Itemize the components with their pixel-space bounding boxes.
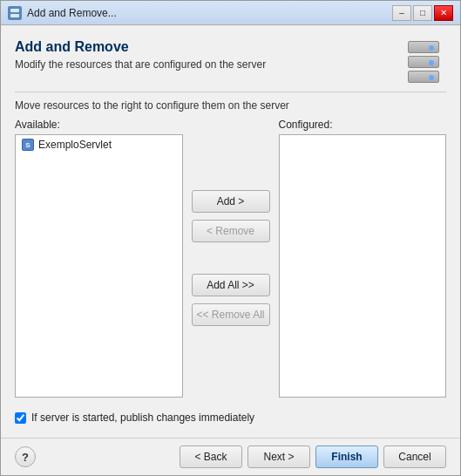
svg-rect-1	[10, 14, 19, 17]
dialog-footer: ? < Back Next > Finish Cancel	[1, 438, 460, 475]
server-unit-1	[408, 41, 439, 53]
list-item[interactable]: ExemploServlet	[16, 135, 182, 154]
next-button[interactable]: Next >	[247, 445, 310, 468]
available-panel: Available: ExemploServlet	[15, 119, 183, 398]
dialog-subtitle: Modify the resources that are configured…	[15, 58, 390, 71]
configured-list[interactable]	[279, 134, 447, 398]
publish-checkbox[interactable]	[15, 412, 26, 424]
window-controls: – □ ✕	[392, 5, 453, 21]
remove-all-button[interactable]: << Remove All	[192, 303, 270, 326]
dialog-content: Add and Remove Modify the resources that…	[1, 25, 460, 438]
add-all-button[interactable]: Add All >>	[192, 274, 270, 296]
checkbox-label[interactable]: If server is started, publish changes im…	[31, 411, 254, 424]
action-buttons: Add > < Remove Add All >> << Remove All	[183, 119, 279, 398]
divider	[15, 92, 446, 92]
server-icon	[408, 41, 443, 79]
window-title: Add and Remove...	[27, 7, 392, 19]
dialog-title: Add and Remove	[15, 39, 390, 55]
back-button[interactable]: < Back	[180, 445, 242, 468]
help-button[interactable]: ?	[15, 446, 36, 467]
configured-panel: Configured:	[279, 119, 447, 398]
available-label: Available:	[15, 119, 183, 131]
close-button[interactable]: ✕	[434, 5, 453, 21]
header-section: Add and Remove Modify the resources that…	[15, 39, 446, 81]
window-icon	[8, 6, 22, 20]
available-list[interactable]: ExemploServlet	[15, 134, 183, 398]
add-button[interactable]: Add >	[192, 190, 270, 213]
servlet-icon	[21, 138, 35, 152]
server-unit-3	[408, 71, 439, 83]
list-item-label: ExemploServlet	[38, 139, 112, 151]
cancel-button[interactable]: Cancel	[383, 445, 446, 468]
header-text: Add and Remove Modify the resources that…	[15, 39, 390, 71]
instruction-text: Move resources to the right to configure…	[15, 99, 446, 112]
configured-label: Configured:	[279, 119, 447, 131]
server-unit-2	[408, 56, 439, 68]
checkbox-row: If server is started, publish changes im…	[15, 406, 446, 424]
minimize-button[interactable]: –	[392, 5, 411, 21]
svg-rect-0	[10, 9, 19, 12]
resource-panels: Available: ExemploServlet Add > < Remove…	[15, 119, 446, 398]
maximize-button[interactable]: □	[413, 5, 432, 21]
title-bar: Add and Remove... – □ ✕	[1, 1, 460, 25]
finish-button[interactable]: Finish	[315, 445, 378, 468]
remove-button[interactable]: < Remove	[192, 220, 270, 242]
server-graphic	[404, 39, 446, 81]
footer-left: ?	[15, 446, 174, 467]
dialog-window: Add and Remove... – □ ✕ Add and Remove M…	[0, 0, 461, 476]
